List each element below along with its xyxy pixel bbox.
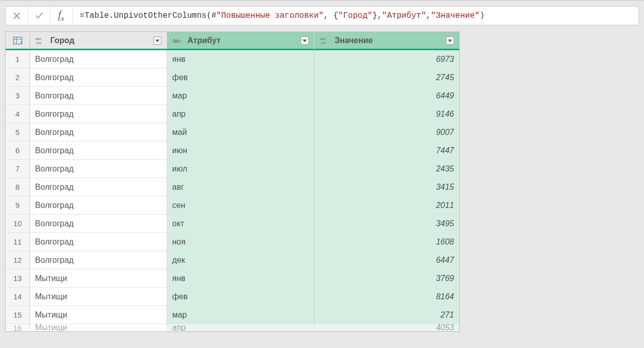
cell-city[interactable]: Волгоград [30,196,167,215]
cell-attribute[interactable]: янв [167,50,314,68]
svg-marker-10 [303,40,307,42]
cell-city[interactable]: Волгоград [30,50,167,68]
svg-text:ABC: ABC [35,37,42,41]
svg-rect-0 [13,37,22,44]
cell-city[interactable]: Мытищи [30,288,167,306]
svg-text:C: C [180,39,182,42]
row-number[interactable]: 14 [6,288,30,306]
row-number[interactable]: 7 [6,160,30,178]
cell-attribute[interactable]: апр [167,324,314,331]
cell-attribute[interactable]: сен [167,196,314,215]
column-header-attribute[interactable]: ABC Атрибут [167,32,314,50]
table-row: 1Волгоградянв6973 [6,50,459,68]
row-number[interactable]: 11 [6,233,30,251]
table-row: 7Волгоградиюл2435 [6,160,459,178]
table-row: 11Волгоградноя1608 [6,233,459,251]
row-number[interactable]: 16 [6,324,30,331]
svg-marker-3 [20,42,22,43]
cell-value[interactable]: 2011 [314,196,459,215]
cell-attribute[interactable]: ноя [167,233,314,251]
table-row: 15Мытищимар271 [6,306,459,324]
table-row: 8Волгоградавг3415 [6,178,459,196]
cell-city[interactable]: Волгоград [30,233,167,251]
row-number[interactable]: 8 [6,178,30,196]
chevron-down-icon [447,38,453,43]
cell-attribute[interactable]: окт [167,215,314,233]
row-number[interactable]: 15 [6,306,30,324]
cell-city[interactable]: Волгоград [30,68,167,87]
table-row: 9Волгоградсен2011 [6,196,459,215]
row-number[interactable]: 13 [6,269,30,288]
fx-icon: fx [58,9,65,23]
fx-button[interactable]: fx [50,7,73,25]
cancel-formula-button[interactable] [6,7,28,25]
svg-text:ABC: ABC [319,37,327,41]
row-number[interactable]: 6 [6,142,30,160]
cell-value[interactable]: 6449 [314,87,459,105]
cell-attribute[interactable]: июн [167,142,314,160]
cell-value[interactable]: 4053 [314,324,459,331]
cell-value[interactable]: 1608 [314,233,459,251]
column-header-value[interactable]: ABC123 Значение [314,32,459,50]
cell-value[interactable]: 9146 [314,105,459,123]
cell-value[interactable]: 8164 [314,288,459,306]
cell-city[interactable]: Волгоград [30,251,167,269]
column-filter-button[interactable] [301,37,309,45]
cell-attribute[interactable]: фев [167,288,314,306]
row-number[interactable]: 5 [6,123,30,142]
table-body: 1Волгоградянв69732Волгоградфев27453Волго… [6,50,459,331]
cell-attribute[interactable]: май [167,123,314,142]
cell-value[interactable]: 9007 [314,123,459,142]
cell-value[interactable]: 271 [314,306,459,324]
cell-attribute[interactable]: мар [167,306,314,324]
svg-marker-13 [448,40,452,42]
row-number[interactable]: 1 [6,50,30,68]
cell-city[interactable]: Мытищи [30,269,167,288]
row-number[interactable]: 3 [6,87,30,105]
cell-city[interactable]: Волгоград [30,178,167,196]
confirm-formula-button[interactable] [28,7,50,25]
column-label: Атрибут [187,36,220,45]
column-header-city[interactable]: ABC123 Город [30,32,167,50]
column-filter-button[interactable] [446,37,454,45]
row-number[interactable]: 10 [6,215,30,233]
cell-city[interactable]: Волгоград [30,123,167,142]
table-row: 10Волгоградокт3495 [6,215,459,233]
formula-arg: "Значение" [431,11,479,20]
cell-attribute[interactable]: авг [167,178,314,196]
cell-attribute[interactable]: янв [167,269,314,288]
cell-city[interactable]: Волгоград [30,105,167,123]
row-number[interactable]: 9 [6,196,30,215]
cell-value[interactable]: 3769 [314,269,459,288]
cell-city[interactable]: Волгоград [30,87,167,105]
cell-city[interactable]: Мытищи [30,324,167,331]
cell-city[interactable]: Волгоград [30,160,167,178]
row-number[interactable]: 2 [6,68,30,87]
cell-attribute[interactable]: дек [167,251,314,269]
cell-city[interactable]: Волгоград [30,215,167,233]
svg-text:123: 123 [320,41,326,45]
cell-value[interactable]: 3415 [314,178,459,196]
type-text-icon: ABC [172,36,184,46]
column-filter-button[interactable] [153,37,162,45]
cell-value[interactable]: 3495 [314,215,459,233]
cell-city[interactable]: Мытищи [30,306,167,324]
cell-value[interactable]: 2435 [314,160,459,178]
formula-input[interactable]: = Table.UnpivotOtherColumns(# "Повышенны… [73,7,638,25]
cell-value[interactable]: 7447 [314,142,459,160]
table-row: 12Волгограддек6447 [6,251,459,269]
row-number[interactable]: 12 [6,251,30,269]
cell-city[interactable]: Волгоград [30,142,167,160]
cell-attribute[interactable]: мар [167,87,314,105]
cell-value[interactable]: 2745 [314,68,459,87]
cell-attribute[interactable]: апр [167,105,314,123]
cell-attribute[interactable]: фев [167,68,314,87]
cell-value[interactable]: 6973 [314,50,459,68]
chevron-down-icon [155,38,160,43]
cell-attribute[interactable]: июл [167,160,314,178]
row-number[interactable]: 4 [6,105,30,123]
cell-value[interactable]: 6447 [314,251,459,269]
select-all-corner[interactable] [6,32,30,50]
formula-bar: fx = Table.UnpivotOtherColumns(# "Повыше… [5,6,639,25]
svg-marker-6 [155,40,159,42]
